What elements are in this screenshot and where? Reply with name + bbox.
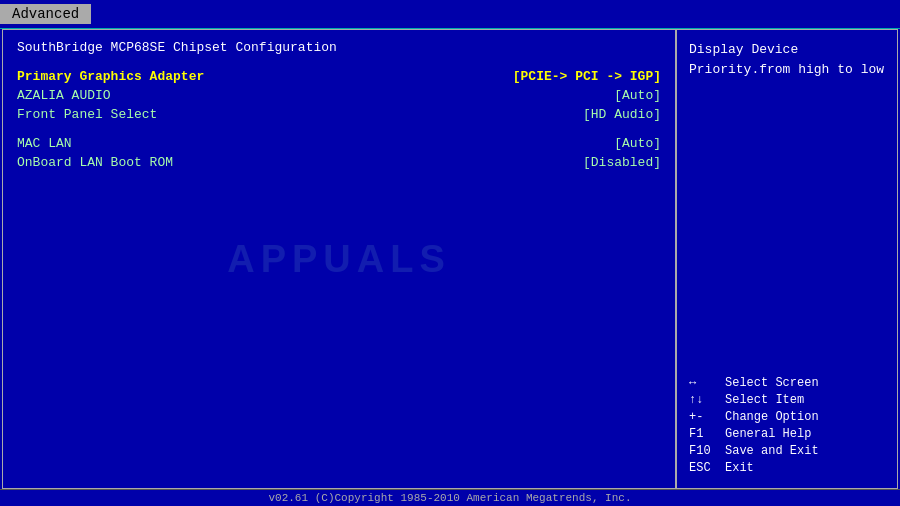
help-text: Display Device Priority.from high to low — [689, 40, 885, 79]
setting-row-front-panel[interactable]: Front Panel Select [HD Audio] — [17, 107, 661, 122]
key-desc-f1: General Help — [725, 427, 811, 441]
status-bar: v02.61 (C)Copyright 1985-2010 American M… — [0, 489, 900, 506]
key-desc-esc: Exit — [725, 461, 754, 475]
status-text: v02.61 (C)Copyright 1985-2010 American M… — [268, 492, 631, 504]
setting-label-mac-lan: MAC LAN — [17, 136, 72, 151]
key-desc-select-screen: Select Screen — [725, 376, 819, 390]
setting-label-primary-graphics: Primary Graphics Adapter — [17, 69, 204, 84]
key-desc-change-option: Change Option — [725, 410, 819, 424]
key-row-select-item: ↑↓ Select Item — [689, 393, 885, 407]
setting-value-onboard-lan: [Disabled] — [583, 155, 661, 170]
menu-bar: Advanced — [0, 0, 900, 29]
spacer — [689, 89, 885, 376]
setting-value-azalia-audio: [Auto] — [614, 88, 661, 103]
panel-title: SouthBridge MCP68SE Chipset Configuratio… — [17, 40, 661, 55]
setting-row-mac-lan[interactable]: MAC LAN [Auto] — [17, 136, 661, 151]
menu-item-advanced[interactable]: Advanced — [0, 4, 91, 24]
section-gap — [17, 126, 661, 136]
key-sym-f1: F1 — [689, 427, 725, 441]
key-row-f10: F10 Save and Exit — [689, 444, 885, 458]
setting-label-azalia-audio: AZALIA AUDIO — [17, 88, 111, 103]
setting-value-primary-graphics: [PCIE-> PCI -> IGP] — [513, 69, 661, 84]
key-desc-f10: Save and Exit — [725, 444, 819, 458]
setting-row-azalia-audio[interactable]: AZALIA AUDIO [Auto] — [17, 88, 661, 103]
key-row-select-screen: ↔ Select Screen — [689, 376, 885, 390]
left-panel: SouthBridge MCP68SE Chipset Configuratio… — [3, 30, 677, 488]
main-content: SouthBridge MCP68SE Chipset Configuratio… — [2, 29, 898, 489]
setting-row-onboard-lan[interactable]: OnBoard LAN Boot ROM [Disabled] — [17, 155, 661, 170]
settings-table: Primary Graphics Adapter [PCIE-> PCI -> … — [17, 69, 661, 170]
key-sym-f10: F10 — [689, 444, 725, 458]
key-row-esc: ESC Exit — [689, 461, 885, 475]
watermark: APPUALS — [227, 238, 451, 281]
key-sym-plusminus: +- — [689, 410, 725, 424]
key-sym-updown: ↑↓ — [689, 393, 725, 407]
right-panel: Display Device Priority.from high to low… — [677, 30, 897, 488]
setting-label-front-panel: Front Panel Select — [17, 107, 157, 122]
setting-row-primary-graphics[interactable]: Primary Graphics Adapter [PCIE-> PCI -> … — [17, 69, 661, 84]
setting-label-onboard-lan: OnBoard LAN Boot ROM — [17, 155, 173, 170]
setting-value-front-panel: [HD Audio] — [583, 107, 661, 122]
key-sym-arrows: ↔ — [689, 376, 725, 390]
key-sym-esc: ESC — [689, 461, 725, 475]
key-row-f1: F1 General Help — [689, 427, 885, 441]
key-desc-select-item: Select Item — [725, 393, 804, 407]
key-row-change-option: +- Change Option — [689, 410, 885, 424]
setting-value-mac-lan: [Auto] — [614, 136, 661, 151]
key-help: ↔ Select Screen ↑↓ Select Item +- Change… — [689, 376, 885, 478]
bios-screen: Advanced SouthBridge MCP68SE Chipset Con… — [0, 0, 900, 506]
